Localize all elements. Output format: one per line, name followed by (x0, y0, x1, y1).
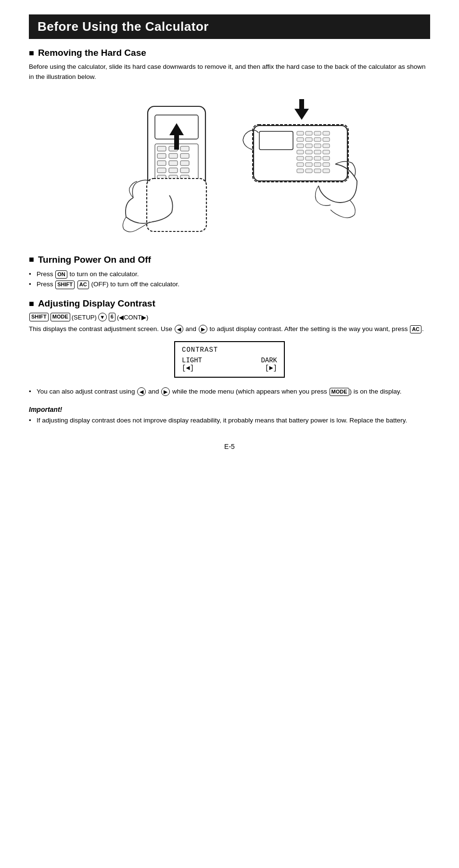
svg-rect-31 (314, 138, 321, 141)
svg-rect-45 (297, 163, 304, 166)
svg-rect-40 (323, 150, 330, 154)
svg-rect-9 (157, 161, 166, 166)
svg-rect-13 (169, 168, 178, 173)
ac-key-contrast: AC (410, 325, 421, 333)
svg-rect-46 (306, 163, 312, 166)
important-label: Important! (29, 406, 430, 413)
svg-rect-33 (297, 144, 304, 148)
mode-key-note: MODE (330, 388, 349, 396)
svg-rect-28 (323, 131, 330, 135)
svg-rect-5 (180, 146, 189, 151)
svg-rect-27 (314, 131, 321, 135)
section-removing: Removing the Hard Case Before using the … (29, 48, 430, 82)
svg-rect-8 (180, 153, 189, 158)
right-arrow-note: ▶ (161, 387, 170, 396)
svg-rect-50 (306, 169, 312, 173)
contrast-light: LIGHT [◄] (182, 357, 202, 372)
six-key-setup: 6 (109, 313, 115, 321)
section-important: Important! If adjusting display contrast… (29, 406, 430, 426)
contrast-dark: DARK [►] (261, 357, 277, 372)
svg-rect-34 (306, 144, 312, 148)
svg-rect-14 (180, 168, 189, 173)
svg-rect-12 (157, 168, 166, 173)
contrast-display-title: CONTRAST (182, 346, 277, 354)
cont-label: (◀CONT▶) (117, 314, 149, 321)
svg-rect-41 (297, 156, 304, 160)
shift-key-power: SHIFT (55, 281, 75, 289)
down-arrow-setup: ▼ (98, 313, 107, 321)
svg-rect-36 (323, 144, 330, 148)
contrast-display-box: CONTRAST LIGHT [◄] DARK [►] (174, 341, 285, 378)
svg-rect-37 (297, 150, 304, 154)
svg-rect-38 (306, 150, 312, 154)
svg-rect-26 (306, 131, 312, 135)
svg-rect-44 (323, 156, 330, 160)
svg-rect-10 (169, 161, 178, 166)
illustration (95, 92, 364, 241)
svg-rect-49 (297, 169, 304, 173)
setup-label: (SETUP) (72, 314, 97, 321)
svg-rect-51 (314, 169, 321, 173)
svg-rect-39 (314, 150, 321, 154)
svg-rect-52 (323, 169, 330, 173)
power-bullet-2: Press SHIFT AC (OFF) to turn off the cal… (29, 279, 430, 290)
svg-rect-3 (157, 146, 166, 151)
light-key: [◄] (182, 364, 194, 372)
svg-rect-47 (314, 163, 321, 166)
left-arrow-note: ◀ (137, 387, 146, 396)
svg-rect-42 (306, 156, 312, 160)
svg-rect-30 (306, 138, 312, 141)
contrast-body: This displays the contrast adjustment sc… (29, 324, 430, 334)
removing-heading: Removing the Hard Case (29, 48, 430, 58)
left-arrow-text: ◀ (175, 325, 183, 333)
svg-marker-54 (294, 99, 309, 120)
svg-rect-25 (297, 131, 304, 135)
removing-body: Before using the calculator, slide its h… (29, 62, 430, 82)
contrast-note: You can also adjust contrast using ◀ and… (29, 386, 430, 397)
svg-rect-48 (323, 163, 330, 166)
svg-rect-24 (259, 131, 293, 150)
section-power: Turning Power On and Off Press ON to tur… (29, 255, 430, 290)
svg-rect-32 (323, 138, 330, 141)
contrast-note-list: You can also adjust contrast using ◀ and… (29, 386, 430, 397)
shift-key-setup: SHIFT (29, 313, 49, 321)
setup-command-line: SHIFT MODE (SETUP) ▼ 6 (◀CONT▶) (29, 313, 430, 321)
contrast-heading: Adjusting Display Contrast (29, 298, 430, 309)
svg-rect-21 (147, 179, 206, 231)
important-bullet-1: If adjusting display contrast does not i… (29, 415, 430, 426)
power-bullet-1: Press ON to turn on the calculator. (29, 269, 430, 280)
page-title: Before Using the Calculator (29, 14, 430, 39)
on-key: ON (55, 270, 67, 279)
dark-label: DARK (261, 357, 277, 364)
power-heading: Turning Power On and Off (29, 255, 430, 265)
page-number: E-5 (29, 443, 430, 450)
right-arrow-text: ▶ (199, 325, 207, 333)
svg-rect-11 (180, 161, 189, 166)
power-bullets: Press ON to turn on the calculator. Pres… (29, 269, 430, 290)
dark-key: [►] (265, 364, 277, 372)
svg-rect-43 (314, 156, 321, 160)
svg-rect-6 (157, 153, 166, 158)
light-label: LIGHT (182, 357, 202, 364)
important-bullets: If adjusting display contrast does not i… (29, 415, 430, 426)
contrast-display-row: LIGHT [◄] DARK [►] (182, 357, 277, 372)
mode-key-setup: MODE (51, 313, 70, 321)
svg-rect-29 (297, 138, 304, 141)
svg-rect-7 (169, 153, 178, 158)
svg-rect-35 (314, 144, 321, 148)
section-contrast: Adjusting Display Contrast SHIFT MODE (S… (29, 298, 430, 397)
ac-key-power: AC (77, 281, 89, 289)
